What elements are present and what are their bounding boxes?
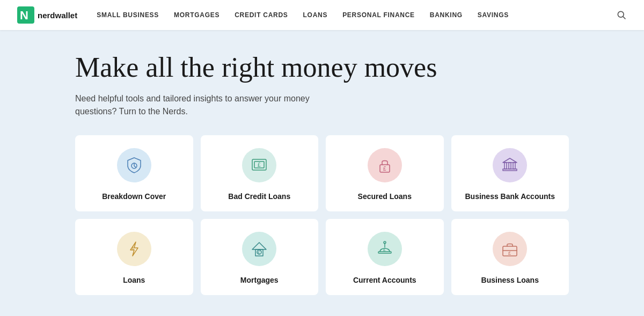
card-business-loans[interactable]: £ Business Loans	[451, 219, 569, 295]
card-breakdown-cover[interactable]: Breakdown Cover	[75, 135, 193, 211]
breakdown-cover-label: Breakdown Cover	[102, 192, 166, 201]
logo-icon: N	[17, 6, 34, 24]
card-bad-credit-loans[interactable]: £ Bad Credit Loans	[201, 135, 319, 211]
business-bank-accounts-icon-circle	[493, 148, 527, 182]
svg-marker-10	[503, 158, 517, 163]
svg-text:£: £	[258, 162, 261, 168]
loans-label: Loans	[123, 276, 145, 284]
nav-links: SMALL BUSINESSMORTGAGESCREDIT CARDSLOANS…	[97, 11, 616, 19]
loans-icon-circle: £	[117, 232, 151, 266]
hero-title: Make all the right money moves	[75, 52, 569, 84]
business-loans-label: Business Loans	[481, 276, 539, 284]
card-loans[interactable]: £ Loans	[75, 219, 193, 295]
card-business-bank-accounts[interactable]: Business Bank Accounts	[451, 135, 569, 211]
svg-text:£: £	[383, 166, 386, 172]
current-accounts-icon-circle: £	[368, 232, 402, 266]
logo-text: nerdwallet	[38, 11, 77, 20]
nav-link-mortgages[interactable]: MORTGAGES	[174, 11, 219, 19]
cards-grid: Breakdown Cover £ Bad Credit Loans £ Sec…	[75, 135, 569, 295]
svg-text:£: £	[132, 246, 135, 251]
mortgages-icon-circle: £	[242, 232, 276, 266]
business-bank-accounts-label: Business Bank Accounts	[465, 192, 555, 201]
svg-text:£: £	[383, 247, 386, 252]
svg-text:£: £	[508, 251, 511, 256]
svg-text:£: £	[258, 250, 260, 255]
business-loans-icon-circle: £	[493, 232, 527, 266]
svg-rect-14	[503, 169, 517, 171]
bad-credit-loans-label: Bad Credit Loans	[228, 192, 290, 201]
hero-subtitle: Need helpful tools and tailored insights…	[75, 92, 333, 118]
mortgages-label: Mortgages	[240, 276, 279, 284]
current-accounts-label: Current Accounts	[353, 276, 416, 284]
secured-loans-label: Secured Loans	[358, 192, 412, 201]
secured-loans-icon-circle: £	[368, 148, 402, 182]
nav-link-banking[interactable]: BANKING	[430, 11, 463, 19]
breakdown-cover-icon-circle	[117, 148, 151, 182]
svg-text:N: N	[20, 9, 28, 22]
nav-link-small-business[interactable]: SMALL BUSINESS	[97, 11, 159, 19]
card-current-accounts[interactable]: £ Current Accounts	[326, 219, 444, 295]
svg-rect-11	[504, 163, 507, 169]
svg-line-3	[623, 17, 626, 19]
search-icon[interactable]	[616, 10, 627, 20]
bad-credit-loans-icon-circle: £	[242, 148, 276, 182]
main-content: Make all the right money moves Need help…	[0, 30, 644, 306]
nav-link-loans[interactable]: LOANS	[303, 11, 328, 19]
svg-point-2	[618, 11, 624, 17]
svg-marker-17	[252, 242, 266, 249]
svg-rect-12	[509, 163, 511, 169]
card-secured-loans[interactable]: £ Secured Loans	[326, 135, 444, 211]
nav-link-credit-cards[interactable]: CREDIT CARDS	[235, 11, 288, 19]
logo[interactable]: N nerdwallet	[17, 6, 77, 24]
svg-point-22	[384, 241, 386, 244]
navigation: N nerdwallet SMALL BUSINESSMORTGAGESCRED…	[0, 0, 644, 30]
card-mortgages[interactable]: £ Mortgages	[201, 219, 319, 295]
nav-link-personal-finance[interactable]: PERSONAL FINANCE	[342, 11, 415, 19]
nav-link-savings[interactable]: SAVINGS	[478, 11, 509, 19]
svg-rect-13	[513, 163, 515, 169]
